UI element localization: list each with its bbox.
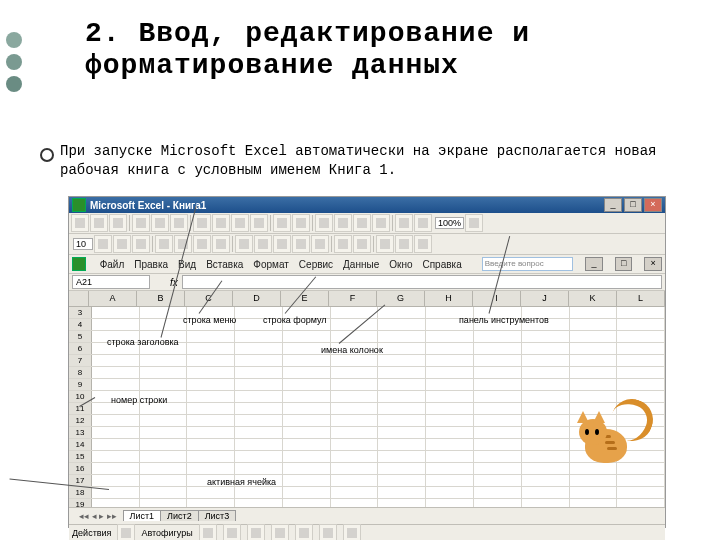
cell-G7[interactable] <box>378 355 426 366</box>
redo-icon[interactable] <box>292 214 310 232</box>
cell-I8[interactable] <box>474 367 522 378</box>
align-left-icon[interactable] <box>155 235 173 253</box>
maximize-button[interactable]: □ <box>624 198 642 212</box>
cell-L7[interactable] <box>617 355 665 366</box>
cell-H8[interactable] <box>426 367 474 378</box>
menu-Данные[interactable]: Данные <box>343 259 379 270</box>
cell-F17[interactable] <box>331 475 379 486</box>
cell-A8[interactable] <box>92 367 140 378</box>
help-icon[interactable] <box>465 214 483 232</box>
cell-H10[interactable] <box>426 391 474 402</box>
cell-D15[interactable] <box>235 451 283 462</box>
cell-D8[interactable] <box>235 367 283 378</box>
cell-H15[interactable] <box>426 451 474 462</box>
cell-I11[interactable] <box>474 403 522 414</box>
rect-icon[interactable] <box>247 524 265 540</box>
cell-H14[interactable] <box>426 439 474 450</box>
sheet-tab-Лист2[interactable]: Лист2 <box>160 510 199 521</box>
cell-J13[interactable] <box>522 427 570 438</box>
cell-K19[interactable] <box>570 499 618 507</box>
cell-E16[interactable] <box>283 463 331 474</box>
autoshapes-menu[interactable]: Автофигуры <box>141 528 192 538</box>
cell-I9[interactable] <box>474 379 522 390</box>
cell-L5[interactable] <box>617 331 665 342</box>
cell-F18[interactable] <box>331 487 379 498</box>
cell-K9[interactable] <box>570 379 618 390</box>
cell-F9[interactable] <box>331 379 379 390</box>
cell-L3[interactable] <box>617 307 665 318</box>
cell-J16[interactable] <box>522 463 570 474</box>
cell-A12[interactable] <box>92 415 140 426</box>
cell-E10[interactable] <box>283 391 331 402</box>
cell-J10[interactable] <box>522 391 570 402</box>
cell-F11[interactable] <box>331 403 379 414</box>
cell-B18[interactable] <box>140 487 188 498</box>
cell-G12[interactable] <box>378 415 426 426</box>
cell-J6[interactable] <box>522 343 570 354</box>
cell-L18[interactable] <box>617 487 665 498</box>
cell-B16[interactable] <box>140 463 188 474</box>
cell-C13[interactable] <box>187 427 235 438</box>
cell-G9[interactable] <box>378 379 426 390</box>
cell-A3[interactable] <box>92 307 140 318</box>
cell-J8[interactable] <box>522 367 570 378</box>
close-button[interactable]: × <box>644 198 662 212</box>
bold-icon[interactable] <box>94 235 112 253</box>
cell-G3[interactable] <box>378 307 426 318</box>
underline-icon[interactable] <box>132 235 150 253</box>
cell-H18[interactable] <box>426 487 474 498</box>
col-header-D[interactable]: D <box>233 291 281 306</box>
cell-C8[interactable] <box>187 367 235 378</box>
cell-B7[interactable] <box>140 355 188 366</box>
row-header-5[interactable]: 5 <box>69 331 92 342</box>
cell-C16[interactable] <box>187 463 235 474</box>
sheet-tab-Лист1[interactable]: Лист1 <box>123 510 162 521</box>
cell-C7[interactable] <box>187 355 235 366</box>
cell-D14[interactable] <box>235 439 283 450</box>
cell-G15[interactable] <box>378 451 426 462</box>
cell-H7[interactable] <box>426 355 474 366</box>
cell-B19[interactable] <box>140 499 188 507</box>
cell-K6[interactable] <box>570 343 618 354</box>
cell-F13[interactable] <box>331 427 379 438</box>
menu-Правка[interactable]: Правка <box>134 259 168 270</box>
cell-G6[interactable] <box>378 343 426 354</box>
cell-L17[interactable] <box>617 475 665 486</box>
cell-G13[interactable] <box>378 427 426 438</box>
dec-decimal-icon[interactable] <box>311 235 329 253</box>
cell-E8[interactable] <box>283 367 331 378</box>
undo-icon[interactable] <box>273 214 291 232</box>
cell-E9[interactable] <box>283 379 331 390</box>
row-header-13[interactable]: 13 <box>69 427 92 438</box>
cell-J19[interactable] <box>522 499 570 507</box>
cell-C11[interactable] <box>187 403 235 414</box>
row-header-12[interactable]: 12 <box>69 415 92 426</box>
cell-J11[interactable] <box>522 403 570 414</box>
inc-decimal-icon[interactable] <box>292 235 310 253</box>
cell-F12[interactable] <box>331 415 379 426</box>
col-header-K[interactable]: K <box>569 291 617 306</box>
new-icon[interactable] <box>71 214 89 232</box>
row-header-15[interactable]: 15 <box>69 451 92 462</box>
cell-I17[interactable] <box>474 475 522 486</box>
cell-A7[interactable] <box>92 355 140 366</box>
cell-A16[interactable] <box>92 463 140 474</box>
cell-J7[interactable] <box>522 355 570 366</box>
cell-F8[interactable] <box>331 367 379 378</box>
cell-E18[interactable] <box>283 487 331 498</box>
cell-F16[interactable] <box>331 463 379 474</box>
cell-I7[interactable] <box>474 355 522 366</box>
cell-G16[interactable] <box>378 463 426 474</box>
cell-B15[interactable] <box>140 451 188 462</box>
cell-K3[interactable] <box>570 307 618 318</box>
row-header-8[interactable]: 8 <box>69 367 92 378</box>
cell-K17[interactable] <box>570 475 618 486</box>
cell-A14[interactable] <box>92 439 140 450</box>
copy-icon[interactable] <box>212 214 230 232</box>
col-header-E[interactable]: E <box>281 291 329 306</box>
doc-min-button[interactable]: _ <box>585 257 603 271</box>
menu-Вставка[interactable]: Вставка <box>206 259 243 270</box>
merge-icon[interactable] <box>212 235 230 253</box>
cell-A15[interactable] <box>92 451 140 462</box>
open-icon[interactable] <box>90 214 108 232</box>
